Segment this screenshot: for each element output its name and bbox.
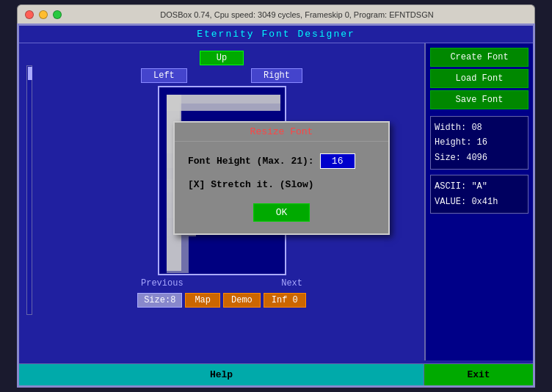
minimize-button[interactable] [39,10,48,19]
svg-rect-0 [167,95,280,104]
maximize-button[interactable] [53,10,62,19]
close-button[interactable] [25,10,34,19]
svg-rect-2 [167,104,280,111]
width-info: Width: 08 [435,120,524,135]
height-info: Height: 16 [435,135,524,150]
app-title: Eternity Font Designer [19,26,533,43]
left-button[interactable]: Left [141,68,187,83]
create-font-button[interactable]: Create Font [430,48,529,67]
exit-button[interactable]: Exit [424,364,533,385]
stretch-checkbox-row[interactable]: [X] Stretch it. (Slow) [188,179,375,190]
right-panel: Create Font Load Font Save Font Width: 0… [424,43,533,360]
save-font-button[interactable]: Save Font [430,90,529,109]
info-button[interactable]: Inf 0 [264,293,306,308]
modal-title: Resize Font [175,123,388,142]
up-button[interactable]: Up [200,51,244,65]
help-button[interactable]: Help [19,364,424,385]
load-font-button[interactable]: Load Font [430,69,529,88]
svg-rect-10 [167,236,189,273]
demo-button[interactable]: Demo [223,293,261,308]
size-button[interactable]: Size:8 [137,293,182,308]
char-info-box: ASCII: "A" VALUE: 0x41h [430,175,529,214]
ascii-info: ASCII: "A" [435,179,524,194]
font-height-label: Font Height (Max. 21): [188,156,314,167]
mac-title: DOSBox 0.74, Cpu speed: 3049 cycles, Fra… [67,10,527,19]
next-button[interactable]: Next [281,278,302,288]
font-height-input[interactable] [320,153,355,169]
previous-button[interactable]: Previous [141,278,184,288]
size-info: Size: 4096 [435,150,524,165]
modal-ok-button[interactable]: OK [253,203,310,222]
value-info: VALUE: 0x41h [435,195,524,209]
right-button[interactable]: Right [251,68,302,83]
resize-font-modal: Resize Font Font Height (Max. 21): [X] S… [173,121,390,235]
map-button[interactable]: Map [185,293,220,308]
bottom-bar: Help Exit [19,363,533,385]
font-info-box: Width: 08 Height: 16 Size: 4096 [430,116,529,170]
